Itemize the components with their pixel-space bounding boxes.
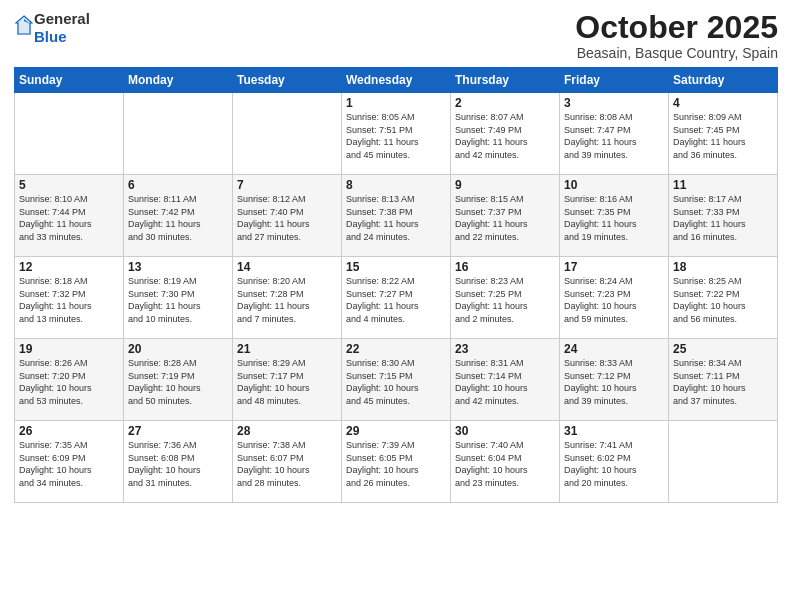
day-number: 28 [237,424,337,438]
day-number: 2 [455,96,555,110]
table-row: 29Sunrise: 7:39 AM Sunset: 6:05 PM Dayli… [342,421,451,503]
table-row: 19Sunrise: 8:26 AM Sunset: 7:20 PM Dayli… [15,339,124,421]
logo-icon [15,15,33,37]
day-info: Sunrise: 8:22 AM Sunset: 7:27 PM Dayligh… [346,275,446,325]
calendar-week-row: 19Sunrise: 8:26 AM Sunset: 7:20 PM Dayli… [15,339,778,421]
table-row: 5Sunrise: 8:10 AM Sunset: 7:44 PM Daylig… [15,175,124,257]
table-row: 16Sunrise: 8:23 AM Sunset: 7:25 PM Dayli… [451,257,560,339]
day-number: 1 [346,96,446,110]
table-row: 7Sunrise: 8:12 AM Sunset: 7:40 PM Daylig… [233,175,342,257]
day-info: Sunrise: 8:15 AM Sunset: 7:37 PM Dayligh… [455,193,555,243]
day-number: 29 [346,424,446,438]
page: General Blue October 2025 Beasain, Basqu… [0,0,792,612]
day-number: 3 [564,96,664,110]
table-row: 31Sunrise: 7:41 AM Sunset: 6:02 PM Dayli… [560,421,669,503]
header-monday: Monday [124,68,233,93]
day-info: Sunrise: 8:31 AM Sunset: 7:14 PM Dayligh… [455,357,555,407]
day-number: 16 [455,260,555,274]
day-number: 5 [19,178,119,192]
table-row: 25Sunrise: 8:34 AM Sunset: 7:11 PM Dayli… [669,339,778,421]
day-number: 19 [19,342,119,356]
day-info: Sunrise: 8:26 AM Sunset: 7:20 PM Dayligh… [19,357,119,407]
table-row: 28Sunrise: 7:38 AM Sunset: 6:07 PM Dayli… [233,421,342,503]
day-number: 17 [564,260,664,274]
day-info: Sunrise: 8:19 AM Sunset: 7:30 PM Dayligh… [128,275,228,325]
day-info: Sunrise: 8:23 AM Sunset: 7:25 PM Dayligh… [455,275,555,325]
table-row: 17Sunrise: 8:24 AM Sunset: 7:23 PM Dayli… [560,257,669,339]
table-row: 22Sunrise: 8:30 AM Sunset: 7:15 PM Dayli… [342,339,451,421]
day-number: 15 [346,260,446,274]
header-tuesday: Tuesday [233,68,342,93]
table-row: 26Sunrise: 7:35 AM Sunset: 6:09 PM Dayli… [15,421,124,503]
day-info: Sunrise: 8:13 AM Sunset: 7:38 PM Dayligh… [346,193,446,243]
calendar-table: Sunday Monday Tuesday Wednesday Thursday… [14,67,778,503]
day-info: Sunrise: 8:30 AM Sunset: 7:15 PM Dayligh… [346,357,446,407]
header-friday: Friday [560,68,669,93]
calendar-week-row: 1Sunrise: 8:05 AM Sunset: 7:51 PM Daylig… [15,93,778,175]
day-number: 31 [564,424,664,438]
day-number: 27 [128,424,228,438]
day-info: Sunrise: 8:12 AM Sunset: 7:40 PM Dayligh… [237,193,337,243]
day-number: 4 [673,96,773,110]
day-number: 20 [128,342,228,356]
day-number: 7 [237,178,337,192]
title-block: October 2025 Beasain, Basque Country, Sp… [575,10,778,61]
table-row: 14Sunrise: 8:20 AM Sunset: 7:28 PM Dayli… [233,257,342,339]
weekday-header-row: Sunday Monday Tuesday Wednesday Thursday… [15,68,778,93]
day-info: Sunrise: 8:11 AM Sunset: 7:42 PM Dayligh… [128,193,228,243]
table-row [669,421,778,503]
day-info: Sunrise: 8:24 AM Sunset: 7:23 PM Dayligh… [564,275,664,325]
table-row: 27Sunrise: 7:36 AM Sunset: 6:08 PM Dayli… [124,421,233,503]
day-number: 26 [19,424,119,438]
table-row: 6Sunrise: 8:11 AM Sunset: 7:42 PM Daylig… [124,175,233,257]
table-row: 13Sunrise: 8:19 AM Sunset: 7:30 PM Dayli… [124,257,233,339]
day-info: Sunrise: 8:34 AM Sunset: 7:11 PM Dayligh… [673,357,773,407]
day-number: 18 [673,260,773,274]
table-row [233,93,342,175]
day-number: 22 [346,342,446,356]
day-info: Sunrise: 7:36 AM Sunset: 6:08 PM Dayligh… [128,439,228,489]
day-info: Sunrise: 8:09 AM Sunset: 7:45 PM Dayligh… [673,111,773,161]
day-info: Sunrise: 7:41 AM Sunset: 6:02 PM Dayligh… [564,439,664,489]
table-row: 4Sunrise: 8:09 AM Sunset: 7:45 PM Daylig… [669,93,778,175]
month-title: October 2025 [575,10,778,45]
table-row: 24Sunrise: 8:33 AM Sunset: 7:12 PM Dayli… [560,339,669,421]
day-number: 30 [455,424,555,438]
table-row: 12Sunrise: 8:18 AM Sunset: 7:32 PM Dayli… [15,257,124,339]
calendar-week-row: 26Sunrise: 7:35 AM Sunset: 6:09 PM Dayli… [15,421,778,503]
day-info: Sunrise: 8:33 AM Sunset: 7:12 PM Dayligh… [564,357,664,407]
logo: General Blue [14,10,90,46]
table-row: 2Sunrise: 8:07 AM Sunset: 7:49 PM Daylig… [451,93,560,175]
table-row [124,93,233,175]
table-row: 8Sunrise: 8:13 AM Sunset: 7:38 PM Daylig… [342,175,451,257]
day-info: Sunrise: 8:10 AM Sunset: 7:44 PM Dayligh… [19,193,119,243]
table-row: 20Sunrise: 8:28 AM Sunset: 7:19 PM Dayli… [124,339,233,421]
day-number: 21 [237,342,337,356]
logo-text: General Blue [34,10,90,46]
header: General Blue October 2025 Beasain, Basqu… [14,10,778,61]
logo-general: General [34,10,90,27]
table-row: 23Sunrise: 8:31 AM Sunset: 7:14 PM Dayli… [451,339,560,421]
table-row: 1Sunrise: 8:05 AM Sunset: 7:51 PM Daylig… [342,93,451,175]
header-saturday: Saturday [669,68,778,93]
table-row: 30Sunrise: 7:40 AM Sunset: 6:04 PM Dayli… [451,421,560,503]
header-sunday: Sunday [15,68,124,93]
table-row: 15Sunrise: 8:22 AM Sunset: 7:27 PM Dayli… [342,257,451,339]
table-row: 21Sunrise: 8:29 AM Sunset: 7:17 PM Dayli… [233,339,342,421]
day-info: Sunrise: 8:28 AM Sunset: 7:19 PM Dayligh… [128,357,228,407]
day-number: 12 [19,260,119,274]
day-number: 23 [455,342,555,356]
day-number: 10 [564,178,664,192]
day-number: 8 [346,178,446,192]
day-info: Sunrise: 8:25 AM Sunset: 7:22 PM Dayligh… [673,275,773,325]
day-number: 25 [673,342,773,356]
day-info: Sunrise: 8:07 AM Sunset: 7:49 PM Dayligh… [455,111,555,161]
header-thursday: Thursday [451,68,560,93]
day-number: 24 [564,342,664,356]
day-number: 9 [455,178,555,192]
day-info: Sunrise: 8:17 AM Sunset: 7:33 PM Dayligh… [673,193,773,243]
day-info: Sunrise: 7:39 AM Sunset: 6:05 PM Dayligh… [346,439,446,489]
calendar-week-row: 12Sunrise: 8:18 AM Sunset: 7:32 PM Dayli… [15,257,778,339]
calendar-week-row: 5Sunrise: 8:10 AM Sunset: 7:44 PM Daylig… [15,175,778,257]
day-number: 14 [237,260,337,274]
